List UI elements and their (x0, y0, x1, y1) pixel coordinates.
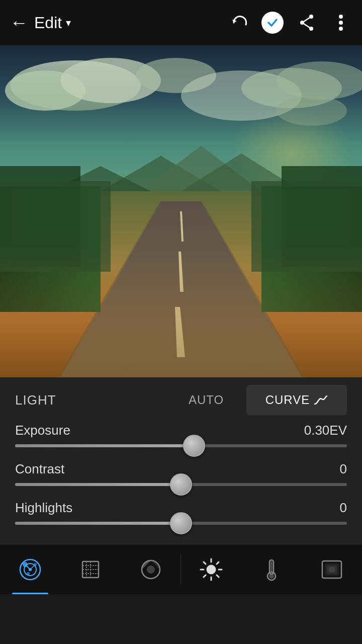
nav-item-light[interactable] (181, 544, 241, 594)
svg-line-57 (217, 562, 219, 564)
nav-item-effects[interactable] (0, 544, 60, 594)
highlights-track[interactable] (15, 522, 347, 525)
exposure-thumb[interactable] (183, 435, 205, 457)
contrast-slider-row: Contrast 0 (15, 461, 347, 486)
mode-row: LIGHT AUTO CURVE (15, 377, 347, 423)
curve-button[interactable]: CURVE (246, 385, 347, 415)
svg-line-55 (204, 562, 206, 564)
svg-rect-66 (329, 567, 335, 572)
exposure-slider-row: Exposure 0.30EV (15, 423, 347, 447)
svg-point-5 (339, 15, 343, 19)
svg-point-50 (207, 565, 216, 574)
svg-point-17 (277, 96, 347, 126)
more-button[interactable] (330, 12, 352, 34)
nav-item-filter[interactable] (121, 544, 181, 594)
nav-item-vignette[interactable] (302, 544, 362, 594)
top-bar-right (227, 12, 352, 34)
svg-point-49 (147, 566, 155, 574)
top-bar: ← Edit ▾ (0, 0, 362, 45)
section-label: LIGHT (15, 392, 166, 408)
bottom-nav (0, 544, 362, 594)
vignette-icon (319, 556, 345, 583)
edit-label: Edit (34, 14, 62, 32)
contrast-value: 0 (340, 461, 347, 477)
contrast-track[interactable] (15, 483, 347, 486)
svg-line-58 (204, 575, 206, 577)
contrast-thumb[interactable] (170, 473, 192, 496)
highlights-thumb[interactable] (170, 512, 192, 534)
svg-point-7 (339, 27, 343, 31)
photo-preview (0, 45, 362, 377)
svg-line-56 (217, 575, 219, 577)
highlights-label: Highlights (15, 500, 72, 516)
confirm-button[interactable] (261, 12, 284, 34)
svg-point-62 (269, 574, 274, 579)
highlights-slider-row: Highlights 0 (15, 500, 347, 525)
filter-icon (138, 556, 164, 583)
share-button[interactable] (296, 12, 318, 34)
top-bar-left: ← Edit ▾ (10, 12, 222, 33)
svg-rect-35 (0, 247, 362, 377)
exposure-header: Exposure 0.30EV (15, 423, 347, 438)
transform-icon (77, 556, 104, 583)
svg-line-3 (302, 17, 311, 23)
edit-dropdown-arrow[interactable]: ▾ (66, 17, 71, 29)
exposure-track[interactable] (15, 444, 347, 447)
svg-point-41 (29, 568, 32, 571)
exposure-fill-left (15, 444, 194, 447)
temperature-icon (258, 556, 285, 583)
controls-area: LIGHT AUTO CURVE Exposure 0.30EV Contras… (0, 377, 362, 544)
undo-button[interactable] (227, 12, 249, 34)
nav-item-transform[interactable] (60, 544, 121, 594)
auto-button[interactable]: AUTO (166, 385, 246, 415)
back-button[interactable]: ← (10, 12, 28, 33)
effects-icon (17, 556, 43, 583)
nav-item-temperature[interactable] (241, 544, 302, 594)
svg-line-4 (302, 23, 311, 29)
exposure-label: Exposure (15, 423, 70, 438)
highlights-value: 0 (340, 500, 347, 516)
light-icon (198, 556, 224, 583)
svg-point-6 (339, 21, 343, 25)
svg-point-40 (27, 572, 30, 575)
highlights-fill-left (15, 522, 181, 525)
edit-title: Edit ▾ (34, 14, 71, 32)
exposure-value: 0.30EV (304, 423, 347, 438)
svg-rect-60 (270, 561, 273, 572)
curve-label: CURVE (265, 393, 310, 407)
contrast-label: Contrast (15, 461, 64, 477)
contrast-fill-left (15, 483, 181, 486)
